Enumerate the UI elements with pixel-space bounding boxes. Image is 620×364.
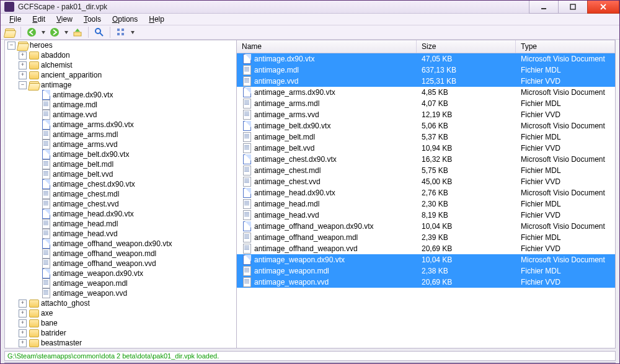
tree-row[interactable]: antimage_arms.vvd: [5, 140, 236, 149]
tree-row[interactable]: antimage_offhand_weapon.vvd: [5, 259, 236, 269]
list-row[interactable]: antimage_chest.vvd45,00 KBFichier VVD: [237, 176, 615, 187]
back-button[interactable]: [25, 25, 38, 39]
tree-row[interactable]: antimage_belt.vvd: [5, 169, 236, 179]
open-button[interactable]: [3, 25, 17, 39]
file-icon: [242, 255, 252, 265]
tree-row[interactable]: antimage_head.dx90.vtx: [5, 209, 236, 219]
expand-icon[interactable]: +: [19, 61, 27, 69]
list-row[interactable]: antimage_head.mdl2,30 KBFichier MDL: [237, 198, 615, 210]
forward-dropdown[interactable]: [64, 31, 68, 34]
col-type[interactable]: Type: [516, 40, 615, 53]
list-panel[interactable]: NameSizeTypeantimage.dx90.vtx47,05 KBMic…: [237, 40, 615, 348]
svg-rect-7: [117, 29, 120, 31]
file-icon: [41, 159, 51, 169]
list-row[interactable]: antimage.mdl637,13 KBFichier MDL: [237, 64, 615, 76]
close-button[interactable]: [587, 1, 619, 14]
tree-label: heroes: [30, 41, 53, 50]
tree-row[interactable]: +batrider: [5, 328, 236, 338]
tree-row[interactable]: antimage_belt.mdl: [5, 159, 236, 169]
list-row[interactable]: antimage_chest.mdl5,75 KBFichier MDL: [237, 165, 615, 176]
menu-edit[interactable]: Edit: [27, 14, 50, 25]
forward-button[interactable]: [48, 25, 61, 39]
tree-row[interactable]: antimage_chest.vvd: [5, 199, 236, 209]
file-type: Microsoft Visio Document: [516, 255, 615, 264]
menu-file[interactable]: File: [4, 14, 26, 25]
list-row[interactable]: antimage_arms.mdl4,07 KBFichier MDL: [237, 98, 615, 109]
expand-icon[interactable]: +: [19, 319, 27, 327]
list-row[interactable]: antimage_belt.mdl5,37 KBFichier MDL: [237, 131, 615, 143]
back-dropdown[interactable]: [41, 31, 45, 34]
titlebar[interactable]: GCFScape - pak01_dir.vpk: [1, 1, 619, 14]
tree-row[interactable]: antimage_belt.dx90.vtx: [5, 149, 236, 159]
expand-icon[interactable]: +: [19, 300, 27, 308]
tree-label: antimage.vvd: [53, 110, 97, 119]
search-button[interactable]: [92, 25, 106, 39]
list-row[interactable]: antimage_belt.vvd10,94 KBFichier VVD: [237, 143, 615, 154]
tree-row[interactable]: antimage.vvd: [5, 110, 236, 120]
list-row[interactable]: antimage_belt.dx90.vtx5,06 KBMicrosoft V…: [237, 120, 615, 131]
tree-row[interactable]: +ancient_apparition: [5, 70, 236, 80]
list-row[interactable]: antimage_arms.vvd12,19 KBFichier VVD: [237, 109, 615, 120]
tree-row[interactable]: antimage_arms.mdl: [5, 130, 236, 140]
collapse-icon[interactable]: −: [7, 42, 16, 50]
list-row[interactable]: antimage_head.dx90.vtx2,76 KBMicrosoft V…: [237, 187, 615, 198]
tree-row[interactable]: −antimage: [5, 80, 236, 90]
file-icon: [41, 149, 51, 159]
tree-row[interactable]: antimage_weapon.mdl: [5, 278, 236, 288]
list-row[interactable]: antimage.vvd125,31 KBFichier VVD: [237, 76, 615, 87]
list-row[interactable]: antimage_weapon.mdl2,38 KBFichier MDL: [237, 265, 615, 277]
tree-row[interactable]: +beastmaster: [5, 338, 236, 348]
tree-row[interactable]: antimage.dx90.vtx: [5, 90, 236, 100]
list-row[interactable]: antimage_chest.dx90.vtx16,32 KBMicrosoft…: [237, 154, 615, 165]
tree-row[interactable]: +attachto_ghost: [5, 298, 236, 308]
viewmode-dropdown[interactable]: [130, 31, 135, 34]
menu-options[interactable]: Options: [107, 14, 143, 25]
list-row[interactable]: antimage.dx90.vtx47,05 KBMicrosoft Visio…: [237, 53, 615, 64]
tree-row[interactable]: antimage_weapon.dx90.vtx: [5, 269, 236, 278]
menu-tools[interactable]: Tools: [79, 14, 106, 25]
collapse-icon[interactable]: −: [19, 81, 27, 89]
tree-row[interactable]: +axe: [5, 308, 236, 318]
file-name: antimage_weapon.vvd: [254, 278, 329, 286]
tree-row[interactable]: −heroes: [5, 40, 236, 50]
menu-view[interactable]: View: [51, 14, 78, 25]
list-row[interactable]: antimage_weapon.dx90.vtx10,04 KBMicrosof…: [237, 254, 615, 265]
tree-row[interactable]: antimage.mdl: [5, 100, 236, 110]
menu-help[interactable]: Help: [144, 14, 169, 25]
col-name[interactable]: Name: [237, 40, 417, 53]
tree-row[interactable]: antimage_arms.dx90.vtx: [5, 120, 236, 130]
list-header[interactable]: NameSizeType: [237, 40, 615, 53]
expand-icon[interactable]: +: [19, 329, 27, 337]
maximize-button[interactable]: [558, 1, 588, 14]
tree-row[interactable]: antimage_weapon.vvd: [5, 288, 236, 298]
tree-row[interactable]: antimage_offhand_weapon.mdl: [5, 249, 236, 259]
expand-icon[interactable]: +: [19, 309, 27, 317]
file-size: 5,06 KB: [417, 122, 516, 130]
tree-row[interactable]: antimage_chest.dx90.vtx: [5, 179, 236, 189]
up-button[interactable]: [71, 25, 84, 39]
tree-row[interactable]: +abaddon: [5, 50, 236, 60]
tree-row[interactable]: antimage_offhand_weapon.dx90.vtx: [5, 239, 236, 249]
file-name: antimage_belt.mdl: [254, 133, 315, 141]
tree-row[interactable]: antimage_head.vvd: [5, 229, 236, 239]
viewmode-button[interactable]: [114, 25, 128, 39]
file-icon: [242, 266, 252, 276]
expand-icon[interactable]: +: [19, 71, 27, 79]
list-row[interactable]: antimage_weapon.vvd20,69 KBFichier VVD: [237, 277, 615, 288]
list-row[interactable]: antimage_arms.dx90.vtx4,85 KBMicrosoft V…: [237, 87, 615, 98]
file-icon: [242, 143, 252, 153]
tree-row[interactable]: antimage_chest.mdl: [5, 189, 236, 199]
list-row[interactable]: antimage_offhand_weapon.vvd20,69 KBFichi…: [237, 243, 615, 254]
list-row[interactable]: antimage_head.vvd8,19 KBFichier VVD: [237, 210, 615, 221]
list-row[interactable]: antimage_offhand_weapon.dx90.vtx10,04 KB…: [237, 221, 615, 232]
tree-row[interactable]: +alchemist: [5, 60, 236, 70]
tree-row[interactable]: +bane: [5, 318, 236, 328]
list-row[interactable]: antimage_offhand_weapon.mdl2,39 KBFichie…: [237, 232, 615, 243]
tree-row[interactable]: antimage_head.mdl: [5, 219, 236, 229]
expand-icon[interactable]: +: [19, 339, 27, 347]
expand-icon[interactable]: +: [19, 51, 27, 60]
col-size[interactable]: Size: [417, 40, 516, 53]
content-area: −heroes+abaddon+alchemist+ancient_appari…: [4, 40, 616, 348]
tree-panel[interactable]: −heroes+abaddon+alchemist+ancient_appari…: [5, 40, 237, 348]
minimize-button[interactable]: [529, 1, 559, 14]
